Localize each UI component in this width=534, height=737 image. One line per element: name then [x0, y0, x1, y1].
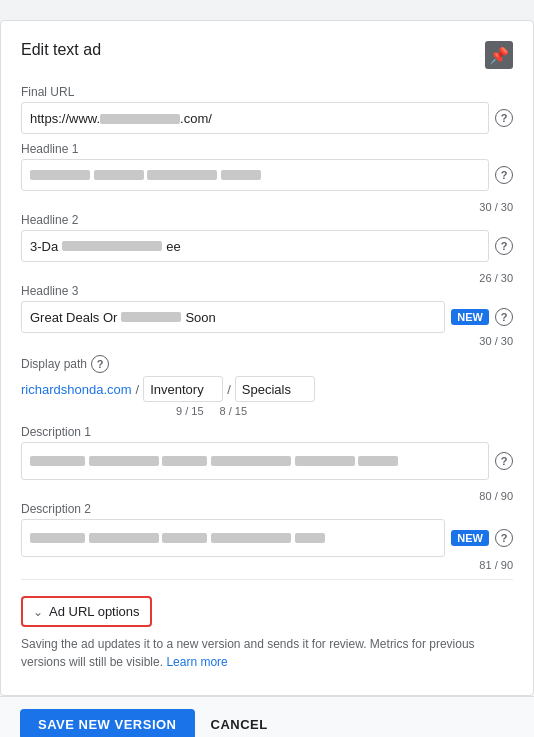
blurred-url-middle [100, 114, 180, 124]
headline3-row: Great Deals Or Soon NEW ? [21, 301, 513, 333]
description1-input[interactable] [21, 442, 489, 480]
description2-new-badge: NEW [451, 530, 489, 546]
description2-help-icon[interactable]: ? [495, 529, 513, 547]
headline2-char-count: 30 / 30 [479, 201, 513, 213]
card-header: Edit text ad 📌 [21, 41, 513, 69]
final-url-label: Final URL [21, 85, 513, 99]
display-path-count1: 9 / 15 [176, 405, 204, 417]
display-path-base: richardshonda.com [21, 382, 132, 397]
headline3-char-count2: 30 / 30 [479, 335, 513, 347]
headline1-help-icon[interactable]: ? [495, 166, 513, 184]
display-path-input1[interactable]: Inventory [143, 376, 223, 402]
headline3-section: 26 / 30 Headline 3 Great Deals Or Soon N… [21, 270, 513, 347]
blurred-h2 [62, 241, 162, 251]
cancel-button[interactable]: CANCEL [211, 717, 268, 732]
footer: SAVE NEW VERSION CANCEL [0, 696, 534, 737]
headline3-label: Headline 3 [21, 284, 513, 298]
headline2-section: 30 / 30 Headline 2 3-Da ee ? [21, 199, 513, 262]
description1-help-icon[interactable]: ? [495, 452, 513, 470]
description1-char-count: 80 / 90 [479, 490, 513, 502]
headline3-input[interactable]: Great Deals Or Soon [21, 301, 445, 333]
headline1-input[interactable] [21, 159, 489, 191]
display-path-sep2: / [227, 382, 231, 397]
description2-section: 80 / 90 Description 2 NEW ? 8 [21, 488, 513, 571]
headline2-row: 3-Da ee ? [21, 230, 513, 262]
display-path-sep1: / [136, 382, 140, 397]
save-new-version-button[interactable]: SAVE NEW VERSION [20, 709, 195, 737]
display-path-label: Display path ? [21, 355, 513, 373]
description2-row: NEW ? [21, 519, 513, 557]
display-path-help-icon[interactable]: ? [91, 355, 109, 373]
final-url-help-icon[interactable]: ? [495, 109, 513, 127]
description2-label: Description 2 [21, 502, 513, 516]
headline3-help-icon[interactable]: ? [495, 308, 513, 326]
description1-label: Description 1 [21, 425, 513, 439]
ad-url-options-label: Ad URL options [49, 604, 140, 619]
description1-section: Description 1 ? [21, 425, 513, 480]
ad-url-options-toggle[interactable]: ⌄ Ad URL options [21, 596, 152, 627]
final-url-row: https://www..com/ ? [21, 102, 513, 134]
final-url-input[interactable]: https://www..com/ [21, 102, 489, 134]
description1-row: ? [21, 442, 513, 480]
edit-ad-card: Edit text ad 📌 Final URL https://www..co… [0, 20, 534, 696]
display-path-row: richardshonda.com / Inventory / Specials [21, 376, 513, 402]
headline1-label: Headline 1 [21, 142, 513, 156]
notice-text: Saving the ad updates it to a new versio… [21, 635, 513, 671]
divider [21, 579, 513, 580]
headline1-section: Headline 1 ? [21, 142, 513, 191]
learn-more-link[interactable]: Learn more [166, 655, 227, 669]
chevron-down-icon: ⌄ [33, 605, 43, 619]
headline3-new-badge: NEW [451, 309, 489, 325]
blurred-h1-4 [221, 170, 261, 180]
pin-icon[interactable]: 📌 [485, 41, 513, 69]
page-wrapper: Edit text ad 📌 Final URL https://www..co… [0, 20, 534, 737]
display-path-section: Display path ? richardshonda.com / Inven… [21, 355, 513, 417]
headline1-row: ? [21, 159, 513, 191]
description2-char-count: 81 / 90 [479, 559, 513, 571]
blurred-h1-2 [94, 170, 144, 180]
blurred-h1-3 [147, 170, 217, 180]
headline2-label: Headline 2 [21, 213, 513, 227]
description2-input[interactable] [21, 519, 445, 557]
blurred-h3 [121, 312, 181, 322]
display-path-input2[interactable]: Specials [235, 376, 315, 402]
page-title: Edit text ad [21, 41, 101, 59]
final-url-section: Final URL https://www..com/ ? [21, 85, 513, 134]
headline2-input[interactable]: 3-Da ee [21, 230, 489, 262]
display-path-count2: 8 / 15 [220, 405, 248, 417]
blurred-h1-1 [30, 170, 90, 180]
headline2-help-icon[interactable]: ? [495, 237, 513, 255]
headline3-char-count: 26 / 30 [479, 272, 513, 284]
